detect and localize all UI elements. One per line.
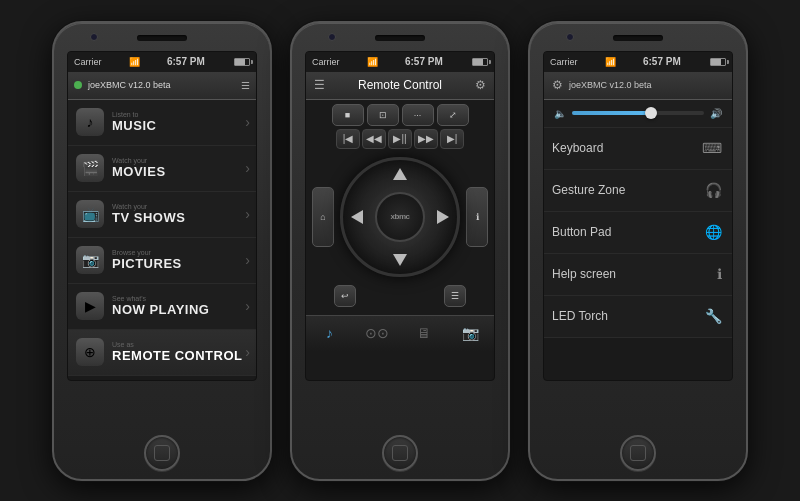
home-button-2[interactable] [382, 435, 418, 471]
home-button-3[interactable] [620, 435, 656, 471]
rc-tabbar: ♪ ⊙⊙ 🖥 📷 [306, 315, 494, 351]
rc-tab-tv[interactable]: 🖥 [400, 316, 447, 351]
settings-item-helpscreen[interactable]: Help screen ℹ [544, 254, 732, 296]
settings-item-buttonpad[interactable]: Button Pad 🌐 [544, 212, 732, 254]
carrier-label: Carrier [74, 57, 102, 67]
rc-media-row: |◀ ◀◀ ▶|| ▶▶ ▶| [310, 129, 490, 149]
settings-item-keyboard[interactable]: Keyboard ⌨ [544, 128, 732, 170]
menu-item-movies[interactable]: 🎬 Watch your MOVIES [68, 146, 256, 192]
screen-remote: Carrier 📶 6:57 PM ☰ Remote Control ⚙ ■ ⊡… [305, 51, 495, 381]
rc-tab-photos[interactable]: 📷 [447, 316, 494, 351]
rc-playpause-btn[interactable]: ▶|| [388, 129, 412, 149]
rc-menu-icon[interactable]: ☰ [314, 78, 325, 92]
helpscreen-icon: ℹ [717, 266, 722, 282]
dpad-section: ⌂ [310, 153, 490, 281]
home-button-1[interactable] [144, 435, 180, 471]
wifi-icon-3: 📶 [605, 57, 616, 67]
rc-next-btn[interactable]: ▶| [440, 129, 464, 149]
menu-item-tvshows[interactable]: 📺 Watch your TV SHOWS [68, 192, 256, 238]
remotecontrol-text: Use as REMOTE CONTROL [112, 341, 243, 363]
rc-controls: ■ ⊡ ··· ⤢ |◀ ◀◀ ▶|| ▶▶ ▶| ⌂ [306, 100, 494, 315]
menu-icon-1[interactable]: ☰ [241, 80, 250, 91]
gesturezone-label: Gesture Zone [552, 183, 625, 197]
dpad-up[interactable] [393, 168, 407, 180]
battery-fill-3 [711, 59, 721, 65]
settings-list: Keyboard ⌨ Gesture Zone 🎧 Button Pad 🌐 H… [544, 128, 732, 338]
ledtorch-icon: 🔧 [705, 308, 722, 324]
dpad[interactable]: xbmc [340, 157, 460, 277]
xbmc-logo: xbmc [391, 212, 410, 221]
status-bar-3: Carrier 📶 6:57 PM [544, 52, 732, 72]
rc-side-row: ↩ ☰ [310, 285, 490, 307]
volume-slider[interactable] [572, 111, 704, 115]
rc-fastforward-btn[interactable]: ▶▶ [414, 129, 438, 149]
tvshows-icon: 📺 [76, 200, 104, 228]
buttonpad-icon: 🌐 [705, 224, 722, 240]
vol-low-icon: 🔈 [554, 108, 566, 119]
dpad-center[interactable]: xbmc [375, 192, 425, 242]
time-label-2: 6:57 PM [405, 56, 443, 67]
movies-text: Watch your MOVIES [112, 157, 166, 179]
dpad-left[interactable] [351, 210, 363, 224]
music-label: MUSIC [112, 118, 156, 133]
music-sublabel: Listen to [112, 111, 156, 118]
tvshows-sublabel: Watch your [112, 203, 185, 210]
rc-back-btn[interactable]: ↩ [334, 285, 356, 307]
rc-tab-music[interactable]: ♪ [306, 316, 353, 351]
dpad-down[interactable] [393, 254, 407, 266]
app-header-1: joeXBMC v12.0 beta ☰ [68, 72, 256, 100]
settings-item-ledtorch[interactable]: LED Torch 🔧 [544, 296, 732, 338]
menu-item-nowplaying[interactable]: ▶ See what's NOW PLAYING [68, 284, 256, 330]
rc-rewind-btn[interactable]: ◀◀ [362, 129, 386, 149]
rc-gear-icon[interactable]: ⚙ [475, 78, 486, 92]
pictures-text: Browse your PICTURES [112, 249, 182, 271]
status-bar-1: Carrier 📶 6:57 PM [68, 52, 256, 72]
rc-top-row: ■ ⊡ ··· ⤢ [310, 104, 490, 126]
status-dot [74, 81, 82, 89]
movies-label: MOVIES [112, 164, 166, 179]
volume-thumb[interactable] [645, 107, 657, 119]
rc-list-btn[interactable]: ☰ [444, 285, 466, 307]
settings-gear-icon[interactable]: ⚙ [552, 78, 563, 92]
app-title-1: joeXBMC v12.0 beta [88, 80, 235, 90]
volume-control: 🔈 🔊 [544, 100, 732, 128]
wifi-icon-2: 📶 [367, 57, 378, 67]
phone-remote: Carrier 📶 6:57 PM ☰ Remote Control ⚙ ■ ⊡… [290, 21, 510, 481]
dpad-right[interactable] [437, 210, 449, 224]
dpad-container: xbmc [340, 157, 460, 277]
settings-app-title: joeXBMC v12.0 beta [569, 80, 724, 90]
tvshows-text: Watch your TV SHOWS [112, 203, 185, 225]
pictures-icon: 📷 [76, 246, 104, 274]
carrier-label-2: Carrier [312, 57, 340, 67]
battery-fill [235, 59, 245, 65]
time-label-3: 6:57 PM [643, 56, 681, 67]
menu-item-pictures[interactable]: 📷 Browse your PICTURES [68, 238, 256, 284]
rc-screen-btn[interactable]: ⊡ [367, 104, 399, 126]
menu-item-remotecontrol[interactable]: ⊕ Use as REMOTE CONTROL [68, 330, 256, 376]
rc-home-btn[interactable]: ⌂ [312, 187, 334, 247]
rc-app-header: ☰ Remote Control ⚙ [306, 72, 494, 100]
rc-prev-btn[interactable]: |◀ [336, 129, 360, 149]
remotecontrol-icon: ⊕ [76, 338, 104, 366]
status-icons-3 [708, 58, 726, 66]
pictures-sublabel: Browse your [112, 249, 182, 256]
rc-fullscreen-btn[interactable]: ⤢ [437, 104, 469, 126]
camera-dot-2 [328, 33, 336, 41]
movies-sublabel: Watch your [112, 157, 166, 164]
movies-icon: 🎬 [76, 154, 104, 182]
gesturezone-icon: 🎧 [705, 182, 722, 198]
rc-dots-btn[interactable]: ··· [402, 104, 434, 126]
nowplaying-text: See what's NOW PLAYING [112, 295, 209, 317]
rc-stop-btn[interactable]: ■ [332, 104, 364, 126]
screen-settings: Carrier 📶 6:57 PM ⚙ joeXBMC v12.0 beta 🔈… [543, 51, 733, 381]
phone-settings: Carrier 📶 6:57 PM ⚙ joeXBMC v12.0 beta 🔈… [528, 21, 748, 481]
settings-item-gesturezone[interactable]: Gesture Zone 🎧 [544, 170, 732, 212]
rc-tab-video[interactable]: ⊙⊙ [353, 316, 400, 351]
phone-menu: Carrier 📶 6:57 PM joeXBMC v12.0 beta ☰ ♪… [52, 21, 272, 481]
carrier-label-3: Carrier [550, 57, 578, 67]
rc-title: Remote Control [358, 78, 442, 92]
rc-info-btn[interactable]: ℹ [466, 187, 488, 247]
music-icon: ♪ [76, 108, 104, 136]
menu-item-music[interactable]: ♪ Listen to MUSIC [68, 100, 256, 146]
status-icons [232, 58, 250, 66]
